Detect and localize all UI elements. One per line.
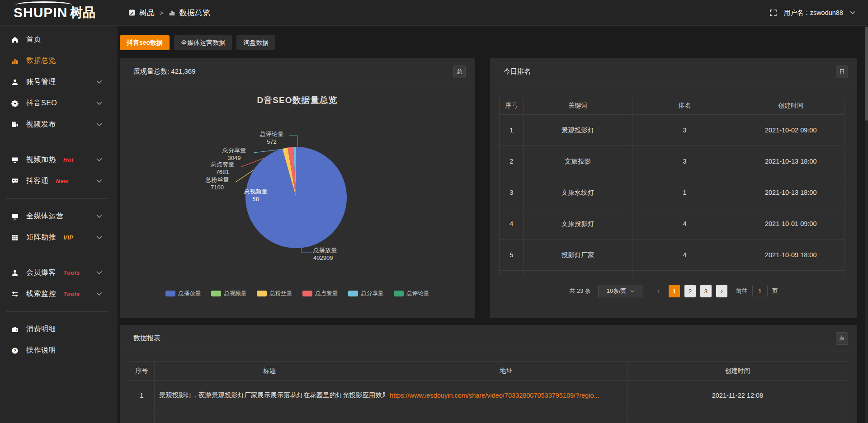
legend-chip bbox=[348, 291, 358, 296]
daily-view-badge-button[interactable]: 日 bbox=[836, 66, 848, 78]
report-column-header: 序号 bbox=[129, 362, 155, 381]
username[interactable]: 用户名：zswodun88 bbox=[784, 9, 843, 17]
pie-label-total-comments: 总评论量572 bbox=[255, 130, 288, 146]
legend-chip bbox=[211, 291, 221, 296]
rank-table-cell: 1 bbox=[500, 115, 524, 146]
sidebar-divider bbox=[6, 311, 108, 312]
tab-2[interactable]: 全媒体运营数据 bbox=[174, 35, 232, 50]
breadcrumb-current[interactable]: 数据总览 bbox=[179, 8, 210, 18]
tab-3[interactable]: 询盘数据 bbox=[236, 35, 275, 50]
bar-chart-icon bbox=[169, 9, 175, 16]
pie-label-total-fans: 总粉丝量7100 bbox=[200, 176, 234, 191]
sidebar-item-label: 账号管理 bbox=[26, 77, 56, 87]
rank-table-row: 3文旅水纹灯12021-10-13 18:00 bbox=[500, 177, 844, 208]
sidebar-divider bbox=[6, 255, 108, 255]
sidebar-item-member-bloom[interactable]: 会员爆客Tools bbox=[0, 262, 118, 283]
rank-column-header: 关键词 bbox=[524, 97, 632, 115]
chat-icon bbox=[11, 178, 19, 185]
report-panel-title: 数据报表 bbox=[133, 334, 160, 343]
rank-table-cell: 文旅投影灯 bbox=[524, 208, 632, 240]
sidebar-item-douketong[interactable]: 抖客通New bbox=[0, 170, 118, 192]
tab-1[interactable]: 抖音seo数据 bbox=[120, 35, 170, 50]
sidebar-item-data-overview[interactable]: 数据总览 bbox=[0, 50, 118, 71]
sidebar-item-label: 数据总览 bbox=[26, 56, 56, 66]
report-column-header: 地址 bbox=[385, 362, 627, 381]
rank-table-row: 1景观投影灯32021-10-02 09:00 bbox=[500, 115, 844, 146]
sidebar-item-video-publish[interactable]: 视频发布 bbox=[0, 114, 118, 135]
report-cell-title: 景观投影灯，夜游景观投影灯厂家展示展示落花灯在花园里的灯光投影应用效果 # bbox=[154, 381, 385, 410]
chevron-down-icon bbox=[96, 80, 102, 84]
sliders-icon bbox=[11, 291, 19, 298]
chart-icon bbox=[11, 57, 19, 65]
logo-text-cn: 树品 bbox=[70, 6, 95, 19]
sidebar-item-home[interactable]: 首页 bbox=[0, 29, 118, 50]
main-content: 抖音seo数据全媒体运营数据询盘数据 展现量总数: 421,369 总 D音SE… bbox=[118, 26, 865, 423]
legend-item-总视频量[interactable]: 总视频量 bbox=[211, 290, 247, 297]
sidebar-item-label: 视频加热 bbox=[26, 155, 56, 164]
sidebar-item-expense[interactable]: 消费明细 bbox=[0, 319, 118, 340]
goto-unit-label: 页 bbox=[772, 287, 778, 295]
pie-label-total-videos: 总视频量58 bbox=[239, 188, 273, 203]
chevron-down-icon bbox=[96, 122, 102, 127]
gear-icon bbox=[11, 100, 19, 107]
legend-item-总评论量[interactable]: 总评论量 bbox=[394, 290, 429, 297]
page-button-3[interactable]: 3 bbox=[700, 285, 712, 297]
legend-item-总点赞量[interactable]: 总点赞量 bbox=[302, 290, 338, 297]
rank-table-cell: 3 bbox=[632, 146, 737, 177]
rank-table-cell: 投影灯厂家 bbox=[524, 240, 632, 271]
chart-title: D音SEO数据量总览 bbox=[120, 94, 475, 106]
sidebar-item-help[interactable]: ?操作说明 bbox=[0, 340, 118, 361]
sidebar-divider bbox=[6, 198, 108, 199]
logo[interactable]: SHUPIN 树品 bbox=[0, 0, 118, 26]
report-column-header: 标题 bbox=[154, 362, 385, 381]
sidebar-item-douyin-seo[interactable]: 抖音SEO bbox=[0, 93, 118, 114]
report-table-row bbox=[129, 410, 848, 423]
total-view-badge-button[interactable]: 总 bbox=[453, 66, 466, 78]
impressions-total-label: 展现量总数: 421,369 bbox=[133, 67, 196, 76]
breadcrumb-root[interactable]: 树品 bbox=[139, 8, 155, 18]
fullscreen-icon[interactable] bbox=[769, 9, 777, 17]
chevron-down-icon[interactable] bbox=[850, 11, 855, 14]
report-cell-url[interactable] bbox=[385, 410, 627, 423]
sidebar-item-leads-monitor[interactable]: 线索监控Tools bbox=[0, 283, 118, 305]
sidebar-item-label: 会员爆客 bbox=[26, 268, 56, 277]
wallet-icon bbox=[11, 326, 19, 333]
sidebar-item-video-heat[interactable]: 视频加热Hot bbox=[0, 149, 118, 170]
legend-item-总播放量[interactable]: 总播放量 bbox=[165, 290, 201, 297]
chevron-down-icon bbox=[96, 271, 102, 275]
prev-page-button[interactable]: ‹ bbox=[653, 285, 664, 297]
legend-label: 总播放量 bbox=[179, 290, 201, 297]
chart-legend: 总播放量总视频量总粉丝量总点赞量总分享量总评论量 bbox=[120, 290, 475, 297]
legend-chip bbox=[394, 291, 404, 296]
report-cell-time: 2021-11-22 12:08 bbox=[627, 381, 848, 410]
table-view-badge-button[interactable]: 表 bbox=[836, 332, 848, 345]
sidebar-item-media-ops[interactable]: 全媒体运营 bbox=[0, 206, 118, 227]
page-size-select[interactable]: 10条/页 bbox=[598, 285, 643, 297]
legend-label: 总点赞量 bbox=[316, 290, 338, 297]
scrollbar-thumb[interactable] bbox=[865, 27, 868, 121]
breadcrumb-separator: > bbox=[160, 9, 164, 17]
pie-chart-area: D音SEO数据量总览 总播放量402909 总视频量58 总粉丝量7100 总点… bbox=[120, 85, 475, 318]
helpq-icon: ? bbox=[11, 347, 19, 354]
rank-table-row: 2文旅投影32021-10-13 18:00 bbox=[500, 146, 844, 177]
sidebar-item-label: 视频发布 bbox=[26, 120, 56, 129]
legend-label: 总粉丝量 bbox=[270, 290, 292, 297]
rank-table-cell: 2021-10-09 18:00 bbox=[737, 240, 844, 271]
vertical-scrollbar[interactable] bbox=[865, 26, 868, 423]
legend-item-总分享量[interactable]: 总分享量 bbox=[348, 290, 384, 297]
page-button-1[interactable]: 1 bbox=[669, 285, 680, 297]
page-button-2[interactable]: 2 bbox=[684, 285, 696, 297]
logo-arc-decoration bbox=[15, 1, 72, 9]
data-source-tabs: 抖音seo数据全媒体运营数据询盘数据 bbox=[120, 35, 865, 50]
sidebar-item-account[interactable]: 账号管理 bbox=[0, 71, 118, 93]
chart-panel: 展现量总数: 421,369 总 D音SEO数据量总览 总播放量402909 总… bbox=[120, 58, 475, 318]
sidebar-badge-vip: VIP bbox=[63, 234, 73, 241]
sidebar-item-matrix-boost[interactable]: 矩阵助推VIP bbox=[0, 227, 118, 248]
legend-item-总粉丝量[interactable]: 总粉丝量 bbox=[257, 290, 292, 297]
next-page-button[interactable]: › bbox=[716, 285, 727, 297]
sidebar-item-label: 矩阵助推 bbox=[26, 233, 56, 242]
goto-page-input[interactable] bbox=[752, 285, 768, 297]
report-table-row: 1景观投影灯，夜游景观投影灯厂家展示展示落花灯在花园里的灯光投影应用效果 #ht… bbox=[129, 381, 848, 410]
rank-table-row: 5投影灯厂家42021-10-09 18:00 bbox=[500, 240, 844, 271]
report-cell-url[interactable]: https://www.iesdouyin.com/share/video/70… bbox=[385, 381, 627, 410]
